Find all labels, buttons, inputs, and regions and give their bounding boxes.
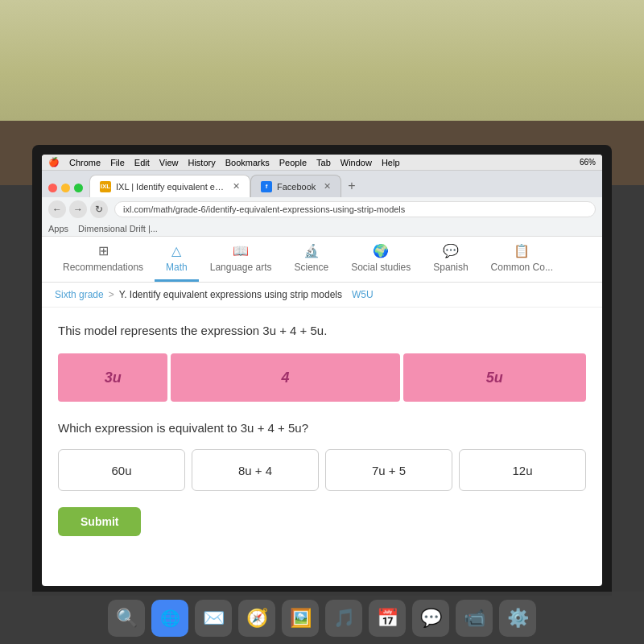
ixl-subject-nav: ⊞ Recommendations △ Math 📖 Language arts… (42, 237, 602, 283)
nav-spanish[interactable]: 💬 Spanish (422, 237, 479, 282)
apple-menu[interactable]: 🍎 (48, 157, 60, 167)
menu-view[interactable]: View (159, 158, 179, 167)
nav-language-arts[interactable]: 📖 Language arts (199, 237, 283, 282)
question-text: Which expression is equivalent to 3u + 4… (58, 421, 586, 435)
breadcrumb-topic: Y. Identify equivalent expressions using… (119, 289, 342, 300)
tab-ixl[interactable]: IXL IXL | Identify equivalent expres... … (89, 175, 250, 197)
menu-window[interactable]: Window (341, 158, 372, 167)
dock-settings[interactable]: ⚙️ (499, 600, 536, 637)
nav-recommendations[interactable]: ⊞ Recommendations (52, 237, 155, 282)
battery-indicator: 66% (580, 158, 596, 167)
language-arts-icon: 📖 (233, 243, 249, 258)
back-button[interactable]: ← (48, 200, 66, 218)
choice-12u[interactable]: 12u (459, 449, 586, 491)
new-tab-button[interactable]: + (341, 175, 361, 197)
recommendations-icon: ⊞ (98, 243, 109, 258)
breadcrumb-separator: > (109, 289, 114, 300)
dock-safari[interactable]: 🧭 (238, 600, 275, 637)
dock-messages[interactable]: 💬 (412, 600, 449, 637)
strip-block-5u[interactable]: 5u (403, 353, 586, 402)
tab-facebook[interactable]: f Facebook ✕ (250, 175, 341, 197)
dock-finder[interactable]: 🔍 (108, 600, 145, 637)
choice-60u[interactable]: 60u (58, 449, 185, 491)
bookmark-dimensional[interactable]: Dimensional Drift |... (78, 224, 158, 233)
nav-spanish-label: Spanish (433, 262, 468, 273)
menu-chrome[interactable]: Chrome (69, 158, 101, 167)
social-studies-icon: 🌍 (373, 243, 389, 258)
maximize-button[interactable] (74, 184, 83, 192)
bookmarks-bar: Apps Dimensional Drift |... (42, 221, 602, 237)
close-button[interactable] (48, 184, 57, 192)
forward-button[interactable]: → (69, 200, 87, 218)
nav-social-studies[interactable]: 🌍 Social studies (340, 237, 422, 282)
nav-buttons: ← → ↻ (48, 200, 108, 218)
monitor-frame: 🍎 Chrome File Edit View History Bookmark… (32, 145, 612, 596)
choice-7u5[interactable]: 7u + 5 (325, 449, 452, 491)
spanish-icon: 💬 (443, 243, 459, 258)
facebook-favicon: f (261, 181, 272, 192)
common-core-icon: 📋 (514, 243, 530, 258)
strip-block-4[interactable]: 4 (171, 353, 399, 402)
screen: 🍎 Chrome File Edit View History Bookmark… (42, 155, 602, 586)
breadcrumb-code: W5U (352, 289, 374, 300)
refresh-button[interactable]: ↻ (90, 200, 108, 218)
nav-science[interactable]: 🔬 Science (283, 237, 340, 282)
url-input[interactable] (114, 201, 596, 217)
minimize-button[interactable] (61, 184, 70, 192)
dock-mail[interactable]: ✉️ (195, 600, 232, 637)
dock-photos[interactable]: 🖼️ (282, 600, 319, 637)
submit-button[interactable]: Submit (58, 507, 141, 536)
nav-common-core[interactable]: 📋 Common Co... (480, 237, 564, 282)
breadcrumb-grade[interactable]: Sixth grade (55, 289, 104, 300)
dock: 🔍 🌐 ✉️ 🧭 🖼️ 🎵 📅 💬 📹 ⚙️ (0, 592, 644, 644)
problem-statement: This model represents the expression 3u … (58, 324, 586, 337)
menu-tab[interactable]: Tab (316, 158, 331, 167)
answer-choices: 60u 8u + 4 7u + 5 12u (58, 449, 586, 491)
menu-people[interactable]: People (279, 158, 307, 167)
tab-ixl-title: IXL | Identify equivalent expres... (116, 182, 225, 192)
nav-recommendations-label: Recommendations (63, 262, 143, 273)
nav-science-label: Science (294, 262, 328, 273)
window-controls (42, 179, 89, 197)
math-icon: △ (171, 243, 181, 258)
tab-facebook-close[interactable]: ✕ (324, 181, 331, 192)
nav-common-core-label: Common Co... (491, 262, 553, 273)
strip-model: 3u 4 5u (58, 353, 586, 402)
nav-social-studies-label: Social studies (351, 262, 411, 273)
menu-edit[interactable]: Edit (134, 158, 150, 167)
breadcrumb: Sixth grade > Y. Identify equivalent exp… (42, 283, 602, 308)
dock-chrome[interactable]: 🌐 (151, 600, 188, 637)
mac-menubar: 🍎 Chrome File Edit View History Bookmark… (42, 155, 602, 171)
menu-file[interactable]: File (110, 158, 125, 167)
main-content: This model represents the expression 3u … (42, 308, 602, 586)
nav-language-arts-label: Language arts (210, 262, 272, 273)
nav-math-label: Math (166, 262, 188, 273)
choice-8u4[interactable]: 8u + 4 (192, 449, 319, 491)
address-bar: ← → ↻ (42, 197, 602, 221)
nav-math[interactable]: △ Math (155, 237, 199, 282)
menu-help[interactable]: Help (382, 158, 400, 167)
menu-bookmarks[interactable]: Bookmarks (225, 158, 270, 167)
strip-block-3u[interactable]: 3u (58, 353, 167, 402)
dock-music[interactable]: 🎵 (325, 600, 362, 637)
dock-facetime[interactable]: 📹 (456, 600, 493, 637)
menu-history[interactable]: History (188, 158, 215, 167)
ixl-favicon: IXL (100, 181, 111, 192)
dock-calendar[interactable]: 📅 (369, 600, 406, 637)
bookmark-apps[interactable]: Apps (48, 224, 68, 233)
science-icon: 🔬 (303, 243, 320, 258)
tab-facebook-title: Facebook (277, 182, 316, 192)
tab-ixl-close[interactable]: ✕ (233, 181, 240, 192)
